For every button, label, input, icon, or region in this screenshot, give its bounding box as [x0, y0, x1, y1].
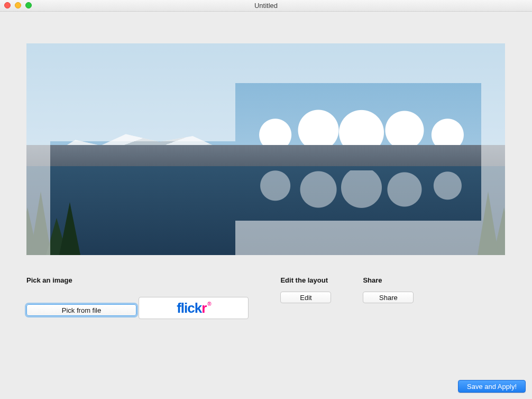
flickr-logo-registered: ®	[207, 301, 210, 307]
zoom-window-button[interactable]	[25, 2, 32, 8]
screen-region-2[interactable]	[235, 83, 481, 221]
layout-preview[interactable]	[26, 43, 505, 255]
controls-row: Pick an image Pick from file flickr® Edi…	[26, 276, 505, 319]
pick-from-flickr-button[interactable]: flickr®	[139, 297, 249, 319]
close-window-button[interactable]	[4, 2, 11, 8]
flickr-logo-pink: r	[201, 300, 206, 316]
screen-region-1-image	[50, 141, 235, 255]
share-group: Share Share	[363, 276, 414, 319]
edit-layout-heading: Edit the layout	[280, 276, 331, 284]
pick-image-heading: Pick an image	[26, 276, 249, 284]
flickr-logo-blue: flick	[177, 300, 201, 316]
window-title: Untitled	[254, 2, 278, 10]
pick-image-group: Pick an image Pick from file flickr®	[26, 276, 249, 319]
share-button[interactable]: Share	[363, 292, 414, 303]
edit-layout-button[interactable]: Edit	[280, 292, 331, 303]
save-and-apply-button[interactable]: Save and Apply!	[458, 380, 526, 393]
pick-from-file-button[interactable]: Pick from file	[26, 304, 136, 316]
title-bar: Untitled	[0, 0, 532, 12]
edit-layout-group: Edit the layout Edit	[280, 276, 331, 319]
window-controls	[4, 2, 32, 8]
window-body: Pick an image Pick from file flickr® Edi…	[0, 12, 532, 399]
minimize-window-button[interactable]	[15, 2, 21, 8]
screen-region-2-image	[235, 83, 481, 221]
share-heading: Share	[363, 276, 414, 284]
screen-region-1[interactable]	[50, 141, 235, 255]
flickr-logo: flickr®	[177, 300, 211, 316]
